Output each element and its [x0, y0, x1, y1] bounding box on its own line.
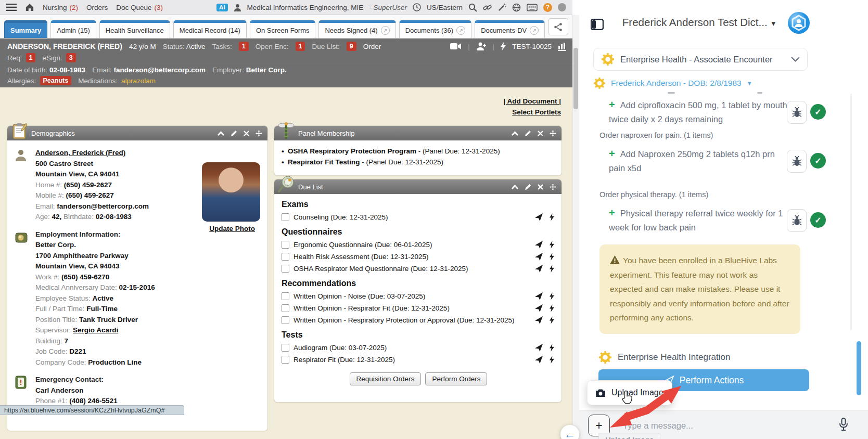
collapse-icon[interactable]: [512, 131, 518, 136]
checkbox[interactable]: [282, 265, 289, 273]
checkbox[interactable]: [282, 253, 289, 261]
keyboard-icon[interactable]: [527, 4, 538, 11]
globe-icon[interactable]: [512, 3, 521, 12]
checkbox[interactable]: [282, 241, 289, 249]
bolt-icon[interactable]: [550, 292, 554, 300]
checkbox[interactable]: [282, 304, 289, 312]
due-list-header[interactable]: Due List: [274, 179, 561, 194]
due-item: Counseling (Due: 12-31-2025): [282, 212, 555, 223]
patient-name[interactable]: ANDERSON, FREDERICK (FRED): [7, 42, 122, 50]
wand-icon[interactable]: [497, 3, 506, 12]
open-enc-badge[interactable]: 1: [296, 42, 305, 51]
tasks-badge[interactable]: 1: [239, 42, 249, 51]
bolt-icon[interactable]: [501, 42, 506, 50]
avatar[interactable]: [558, 3, 566, 11]
send-icon[interactable]: [535, 213, 543, 221]
allergy-badge[interactable]: Peanuts: [40, 76, 72, 85]
session-title[interactable]: Frederick Anderson Test Dict...▾: [610, 16, 787, 29]
panel-membership-header[interactable]: Panel Membership: [274, 126, 561, 140]
bolt-icon[interactable]: [550, 304, 554, 312]
link-icon[interactable]: [483, 3, 492, 12]
timezone-label[interactable]: US/Eastern: [427, 4, 463, 11]
demographics-header[interactable]: Demographics: [7, 126, 267, 140]
due-list-badge[interactable]: 9: [347, 42, 356, 51]
close-icon[interactable]: [244, 131, 249, 136]
esign-badge[interactable]: 3: [66, 53, 76, 62]
send-icon[interactable]: [535, 265, 543, 273]
perform-orders-button[interactable]: Perform Orders: [425, 372, 487, 385]
edit-icon[interactable]: [231, 130, 237, 137]
panel-toggle-icon[interactable]: [591, 19, 604, 30]
tab-needs-signed[interactable]: Needs Signed (4)↗: [318, 20, 395, 38]
close-icon[interactable]: [538, 184, 543, 190]
move-icon[interactable]: [256, 130, 262, 137]
tab-settings-button[interactable]: [548, 18, 568, 35]
bolt-icon[interactable]: [550, 241, 554, 249]
send-icon[interactable]: [535, 356, 543, 364]
bolt-icon[interactable]: [550, 356, 554, 364]
chat-scrollbar-track[interactable]: [850, 94, 852, 330]
bolt-icon[interactable]: [550, 344, 554, 352]
debug-button[interactable]: [787, 209, 807, 232]
bolt-icon[interactable]: [550, 213, 554, 221]
bolt-icon[interactable]: [550, 265, 554, 273]
home-icon[interactable]: [25, 3, 34, 11]
tab-health-surveillance[interactable]: Health Surveillance: [99, 20, 170, 38]
tab-admin[interactable]: Admin (15): [50, 20, 96, 38]
debug-button[interactable]: [787, 150, 807, 173]
send-icon[interactable]: [535, 253, 543, 261]
select-portlets-link[interactable]: Select Portlets: [503, 107, 561, 118]
collapse-icon[interactable]: [512, 185, 518, 189]
tab-medical-record[interactable]: Medical Record (14): [173, 20, 247, 38]
search-icon[interactable]: [468, 3, 477, 12]
add-document-link[interactable]: | Add Document |: [503, 96, 561, 107]
close-icon[interactable]: [538, 131, 543, 136]
send-icon[interactable]: [535, 241, 543, 249]
send-icon[interactable]: [535, 316, 543, 324]
nav-doc-queue[interactable]: Doc Queue (3): [116, 4, 163, 11]
nav-nursing[interactable]: Nursing (2): [43, 4, 78, 11]
bolt-icon[interactable]: [550, 316, 554, 324]
patient-context-link[interactable]: Frederick Anderson - DOB: 2/8/1983 ▼: [593, 77, 752, 89]
debug-button[interactable]: [787, 101, 807, 124]
microphone-icon[interactable]: [838, 418, 849, 431]
hamburger-menu-icon[interactable]: [6, 4, 17, 11]
move-icon[interactable]: [550, 130, 556, 137]
checkbox[interactable]: [282, 292, 289, 300]
update-photo-link[interactable]: Update Photo: [209, 225, 255, 233]
bar-chart-icon[interactable]: [558, 42, 566, 51]
message-input[interactable]: [622, 416, 811, 435]
req-badge[interactable]: 1: [26, 53, 36, 62]
bluehive-logo[interactable]: [787, 11, 810, 34]
main-scrollbar-thumb[interactable]: [573, 48, 578, 109]
add-person-icon[interactable]: [476, 42, 487, 50]
move-icon[interactable]: [550, 184, 556, 190]
nav-orders[interactable]: Orders: [86, 4, 108, 11]
bolt-icon[interactable]: [550, 253, 554, 261]
ai-badge[interactable]: AI: [216, 4, 228, 11]
send-icon[interactable]: [535, 304, 543, 312]
edit-icon[interactable]: [525, 184, 531, 190]
checkbox[interactable]: [282, 344, 289, 352]
medication-value[interactable]: alprazolam: [121, 77, 156, 85]
help-icon[interactable]: ?: [543, 3, 552, 12]
checkbox[interactable]: [282, 356, 289, 364]
video-icon[interactable]: [450, 43, 462, 50]
order-link[interactable]: Order: [363, 43, 381, 50]
panel-scrollbar-thumb[interactable]: [857, 341, 861, 395]
encounter-selector[interactable]: Enterprise Health - Associate Encounter: [593, 48, 808, 71]
tab-documents-dv[interactable]: Documents-DV↗: [475, 20, 545, 38]
org-name[interactable]: Medical Informatics Engineering, MIE: [247, 4, 364, 11]
tab-documents[interactable]: Documents (36)↗: [399, 20, 471, 38]
requisition-orders-button[interactable]: Requisition Orders: [350, 372, 422, 385]
patient-name-link[interactable]: Anderson, Frederick (Fred): [35, 148, 149, 159]
checkbox[interactable]: [282, 316, 289, 324]
edit-icon[interactable]: [525, 130, 531, 137]
tab-on-screen-forms[interactable]: On Screen Forms: [250, 20, 316, 38]
checkbox[interactable]: [282, 213, 289, 221]
collapse-icon[interactable]: [218, 131, 224, 136]
supervisor-link[interactable]: Sergio Acardi: [73, 326, 118, 334]
tab-summary[interactable]: Summary: [4, 20, 47, 38]
send-icon[interactable]: [535, 292, 543, 300]
send-icon[interactable]: [535, 344, 543, 352]
